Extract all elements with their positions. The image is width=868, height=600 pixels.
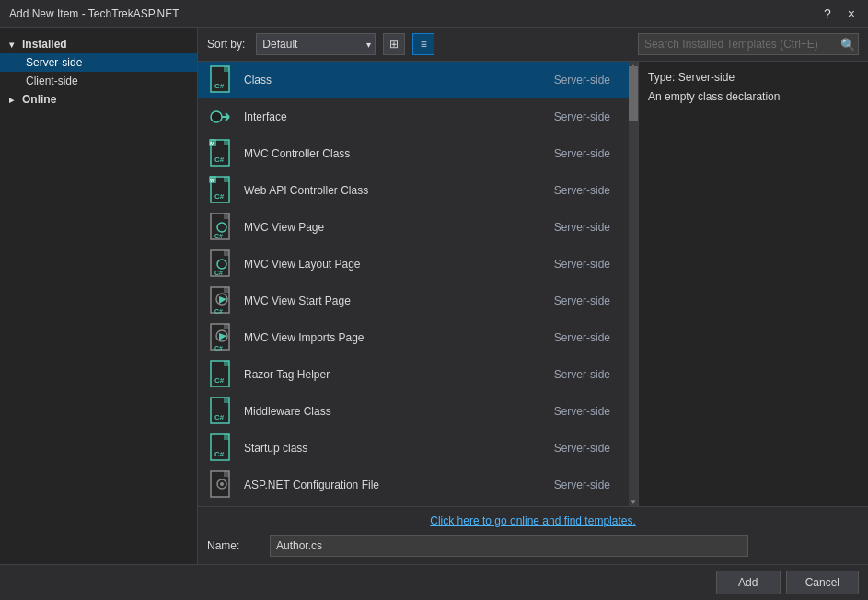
svg-text:C#: C# — [214, 376, 225, 385]
list-item[interactable]: C# M MVC Controller Class Server-side — [198, 135, 629, 172]
svg-text:C#: C# — [214, 345, 223, 352]
item-type: Server-side — [554, 368, 610, 381]
svg-text:M: M — [210, 141, 214, 146]
class-icon: C# — [209, 65, 235, 95]
center-panel: Sort by: Default ⊞ ≡ 🔍 — [198, 28, 868, 564]
svg-rect-30 — [224, 324, 229, 329]
svg-text:C#: C# — [214, 270, 223, 276]
item-icon: C# — [207, 65, 237, 95]
list-item[interactable]: C# Startup class Server-side — [198, 430, 629, 467]
item-icon: C# — [207, 213, 237, 242]
center-main: C# Class Server-side — [198, 62, 868, 506]
item-name: Interface — [244, 110, 554, 123]
bottom-bar: Click here to go online and find templat… — [198, 506, 868, 564]
items-scroll[interactable]: C# Class Server-side — [198, 62, 629, 506]
svg-text:C#: C# — [214, 233, 223, 239]
mvc-controller-icon: C# M — [209, 139, 235, 168]
type-value-text: Server-side — [678, 71, 735, 84]
type-row: Type: Server-side — [648, 71, 859, 84]
list-item[interactable]: C# MVC View Page Server-side — [198, 209, 629, 246]
svg-text:W: W — [210, 178, 215, 183]
item-icon — [207, 102, 237, 132]
type-label-text: Type: — [648, 71, 675, 84]
list-scrollbar[interactable]: ▲ ▼ — [629, 62, 638, 506]
item-name: Middleware Class — [244, 405, 554, 418]
item-type: Server-side — [554, 294, 610, 307]
tree-online[interactable]: ▸ Online — [0, 90, 197, 109]
buttons-row: Add Cancel — [0, 564, 868, 600]
middleware-class-icon: C# — [209, 397, 235, 426]
server-side-label: Server-side — [26, 56, 82, 69]
svg-point-45 — [220, 482, 224, 486]
aspnet-config-icon — [209, 470, 235, 500]
scroll-down-arrow[interactable]: ▼ — [629, 497, 638, 506]
sort-select[interactable]: Default — [256, 33, 376, 55]
webapi-controller-icon: C# W — [209, 176, 235, 205]
item-icon: C# — [207, 397, 237, 426]
chevron-down-icon: ▾ — [9, 40, 22, 50]
list-item[interactable]: Interface Server-side — [198, 98, 629, 135]
item-type: Server-side — [554, 442, 610, 455]
mvc-imports-page-icon: C# — [209, 323, 235, 352]
svg-rect-34 — [224, 361, 229, 366]
tree-installed[interactable]: ▾ Installed — [0, 35, 197, 53]
svg-rect-22 — [224, 250, 229, 256]
item-name: ASP.NET Configuration File — [244, 479, 554, 491]
svg-text:C#: C# — [214, 413, 225, 421]
item-icon: C# — [207, 323, 237, 352]
grid-view-button[interactable]: ⊞ — [383, 33, 405, 55]
list-item[interactable]: C# Middleware Class Server-side — [198, 393, 629, 430]
item-name: Razor Tag Helper — [244, 368, 554, 381]
tree-client-side[interactable]: Client-side — [0, 72, 197, 90]
online-link[interactable]: Click here to go online and find templat… — [207, 514, 859, 527]
list-item[interactable]: C# MVC View Start Page Server-side — [198, 283, 629, 319]
installed-label: Installed — [22, 38, 67, 51]
list-icon: ≡ — [421, 38, 427, 51]
scrollbar-thumb[interactable] — [629, 66, 638, 121]
tree-section: ▾ Installed Server-side Client-side ▸ On… — [0, 28, 197, 116]
online-label: Online — [22, 93, 56, 106]
tree-server-side[interactable]: Server-side — [0, 53, 197, 72]
list-item[interactable]: ASP.NET Configuration File Server-side — [198, 467, 629, 503]
mvc-view-page-icon: C# — [209, 213, 235, 242]
list-view-button[interactable]: ≡ — [412, 33, 434, 55]
search-icon[interactable]: 🔍 — [840, 38, 855, 52]
item-name: MVC View Start Page — [244, 294, 554, 307]
item-name: MVC View Layout Page — [244, 258, 554, 271]
item-icon: C# W — [207, 176, 237, 205]
item-type: Server-side — [554, 147, 610, 160]
item-name: Web API Controller Class — [244, 184, 554, 197]
item-type: Server-side — [554, 258, 610, 271]
items-list: C# Class Server-side — [198, 62, 638, 506]
client-side-label: Client-side — [26, 75, 78, 87]
list-item[interactable]: C# Class Server-side — [198, 62, 629, 98]
list-item[interactable]: C# Razor Tag Helper Server-side — [198, 356, 629, 393]
razor-tag-helper-icon: C# — [209, 360, 235, 389]
item-name: Class — [244, 74, 554, 87]
item-name: MVC View Page — [244, 221, 554, 234]
item-type: Server-side — [554, 331, 610, 344]
item-type: Server-side — [554, 184, 610, 197]
name-input[interactable] — [270, 535, 748, 557]
list-item[interactable]: Resource File Server-side — [198, 503, 629, 506]
sort-label: Sort by: — [207, 38, 245, 51]
close-button[interactable]: × — [844, 6, 859, 21]
grid-icon: ⊞ — [389, 38, 399, 51]
item-icon: C# M — [207, 139, 237, 168]
item-icon: C# — [207, 360, 237, 389]
cancel-button[interactable]: Cancel — [786, 571, 859, 594]
item-type: Server-side — [554, 479, 610, 491]
search-input[interactable] — [638, 33, 859, 55]
list-item[interactable]: C# MVC View Imports Page Server-side — [198, 319, 629, 356]
search-box: 🔍 — [638, 33, 859, 55]
add-button[interactable]: Add — [716, 571, 781, 594]
item-type: Server-side — [554, 110, 610, 123]
item-type: Server-side — [554, 221, 610, 234]
name-label: Name: — [207, 539, 262, 552]
mvc-layout-page-icon: C# — [209, 249, 235, 279]
item-name: MVC Controller Class — [244, 147, 554, 160]
item-icon: C# — [207, 249, 237, 279]
list-item[interactable]: C# MVC View Layout Page Server-side — [198, 246, 629, 283]
help-button[interactable]: ? — [820, 6, 835, 21]
list-item[interactable]: C# W Web API Controller Class Server-sid… — [198, 172, 629, 209]
